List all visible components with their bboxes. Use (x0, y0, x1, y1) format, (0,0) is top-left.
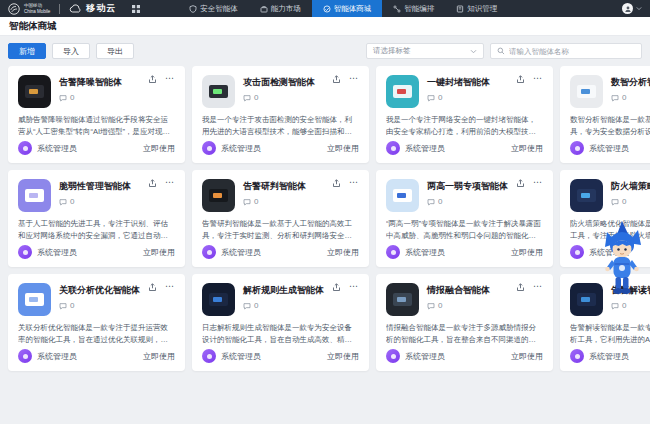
use-now-link[interactable]: 立即使用 (327, 143, 359, 154)
assistant-mascot[interactable] (600, 220, 644, 298)
share-icon[interactable] (332, 283, 341, 292)
more-icon[interactable]: ⋯ (533, 75, 543, 81)
share-icon[interactable] (148, 283, 157, 292)
agent-icon-screen (393, 293, 412, 306)
comment-count-value: 0 (438, 93, 442, 102)
orchestrate-icon (393, 5, 401, 13)
more-icon[interactable]: ⋯ (349, 75, 359, 81)
agent-icon (386, 75, 419, 108)
use-now-link[interactable]: 立即使用 (511, 351, 543, 362)
share-icon[interactable] (148, 179, 157, 188)
add-button[interactable]: 新增 (8, 43, 46, 59)
card-title-area: 脆弱性管理智能体 0 (59, 179, 131, 212)
comment-count: 0 (427, 93, 490, 102)
import-button[interactable]: 导入 (52, 43, 90, 59)
nav-label: 智能体商城 (334, 4, 372, 14)
comment-count: 0 (611, 93, 650, 102)
use-now-link[interactable]: 立即使用 (327, 247, 359, 258)
agent-icon (202, 283, 235, 316)
agent-description: “两高一弱”专项智能体是一款专注于解决暴露面中高威胁、高脆弱性和弱口令问题的智能… (386, 218, 543, 242)
agent-icon-screen (25, 189, 44, 202)
owner-badge: 系统管理员 (18, 349, 77, 363)
share-icon[interactable] (516, 283, 525, 292)
more-icon[interactable]: ⋯ (349, 179, 359, 185)
share-icon[interactable] (516, 179, 525, 188)
tag-select[interactable]: 请选择标签 (366, 43, 484, 59)
card-actions: ⋯ (332, 283, 359, 316)
comment-count-value: 0 (254, 301, 258, 310)
nav-item-knowledge[interactable]: 知识管理 (445, 0, 508, 17)
apps-grid-icon[interactable] (132, 5, 140, 13)
owner-name: 系统管理员 (405, 247, 445, 258)
owner-badge: 系统管理员 (202, 349, 261, 363)
brand-area: 中国移动 China Mobile 移动云 (8, 2, 116, 15)
comment-count-value: 0 (622, 197, 626, 206)
chevron-down-icon (470, 49, 477, 54)
owner-avatar-icon (202, 349, 216, 363)
use-now-link[interactable]: 立即使用 (143, 247, 175, 258)
card-header: 关联分析优化智能体 0 ⋯ (18, 283, 175, 316)
owner-avatar-icon (386, 245, 400, 259)
owner-avatar-icon (18, 141, 32, 155)
agent-grid: 告警降噪智能体 0 ⋯ 威胁告警降噪智能体通过智能化手段将安全运营从“人工密集型… (0, 64, 650, 371)
card-footer: 系统管理员 立即使用 (202, 349, 359, 363)
more-icon[interactable]: ⋯ (533, 283, 543, 289)
more-icon[interactable]: ⋯ (165, 283, 175, 289)
more-icon[interactable]: ⋯ (349, 283, 359, 289)
comment-count-value: 0 (254, 197, 258, 206)
more-icon[interactable]: ⋯ (165, 75, 175, 81)
card-actions: ⋯ (148, 75, 175, 108)
agent-card: 告警降噪智能体 0 ⋯ 威胁告警降噪智能体通过智能化手段将安全运营从“人工密集型… (8, 66, 185, 163)
owner-avatar-icon (570, 141, 584, 155)
more-icon[interactable]: ⋯ (165, 179, 175, 185)
share-icon[interactable] (148, 75, 157, 84)
agent-description: 关联分析优化智能体是一款专注于提升运营效率的智能化工具，旨在通过优化关联规则，挖… (18, 322, 175, 346)
nav-item-orchestration[interactable]: 智能编排 (382, 0, 445, 17)
share-icon[interactable] (332, 179, 341, 188)
owner-name: 系统管理员 (37, 351, 77, 362)
agent-card: 解析规则生成智能体 0 ⋯ 日志解析规则生成智能体是一款专为安全设备设计的智能化… (192, 274, 369, 371)
agent-card: 一键封堵智能体 0 ⋯ 我是一个专注于网络安全的一键封堵智能体，由安全专家精心打… (376, 66, 553, 163)
export-button[interactable]: 导出 (96, 43, 134, 59)
card-actions: ⋯ (332, 75, 359, 108)
card-footer: 系统管理员 立即使用 (570, 349, 650, 363)
agent-card: 情报融合智能体 0 ⋯ 情报融合智能体是一款专注于多源威胁情报分析的智能化工具，… (376, 274, 553, 371)
owner-name: 系统管理员 (405, 351, 445, 362)
agent-card: 两高一弱专项智能体 0 ⋯ “两高一弱”专项智能体是一款专注于解决暴露面中高威胁… (376, 170, 553, 267)
use-now-link[interactable]: 立即使用 (511, 247, 543, 258)
use-now-link[interactable]: 立即使用 (143, 351, 175, 362)
nav-item-agent-store[interactable]: 智能体商城 (312, 0, 383, 17)
agent-card: 脆弱性管理智能体 0 ⋯ 基于人工智能的先进工具，专注于识别、评估和应对网络系统… (8, 170, 185, 267)
market-icon (260, 5, 268, 13)
comment-count-value: 0 (622, 301, 626, 310)
use-now-link[interactable]: 立即使用 (143, 143, 175, 154)
owner-avatar-icon (202, 141, 216, 155)
more-icon[interactable]: ⋯ (533, 179, 543, 185)
agent-icon-screen (209, 189, 228, 202)
owner-avatar-icon (18, 349, 32, 363)
search-input[interactable] (509, 47, 635, 56)
comment-count-value: 0 (70, 301, 74, 310)
card-footer: 系统管理员 立即使用 (570, 141, 650, 155)
chevron-down-icon (636, 6, 642, 11)
brand-divider (59, 4, 60, 14)
card-footer: 系统管理员 立即使用 (202, 141, 359, 155)
comment-count: 0 (243, 93, 315, 102)
share-icon[interactable] (516, 75, 525, 84)
use-now-link[interactable]: 立即使用 (511, 143, 543, 154)
card-title-area: 告警降噪智能体 0 (59, 75, 122, 108)
agent-description: 我是一个专注于攻击面检测的安全智能体，利用先进的大语言模型技术，能够全面扫描和分… (202, 114, 359, 138)
comment-icon (243, 302, 251, 310)
nav-item-security-agents[interactable]: 安全智能体 (178, 0, 249, 17)
agent-icon-accent (397, 297, 406, 302)
owner-badge: 系统管理员 (570, 349, 629, 363)
shield-icon (189, 5, 197, 13)
card-title-area: 两高一弱专项智能体 0 (427, 179, 508, 212)
share-icon[interactable] (332, 75, 341, 84)
owner-name: 系统管理员 (221, 247, 261, 258)
agent-icon (570, 75, 603, 108)
comment-icon (59, 302, 67, 310)
nav-item-capability-market[interactable]: 能力市场 (249, 0, 312, 17)
user-menu[interactable] (622, 3, 642, 14)
use-now-link[interactable]: 立即使用 (327, 351, 359, 362)
